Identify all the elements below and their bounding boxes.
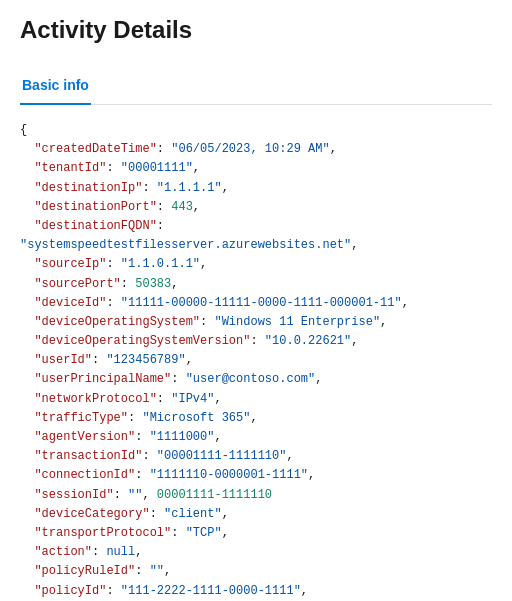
tab-basic-info[interactable]: Basic info (20, 69, 91, 105)
tab-bar: Basic info (20, 68, 492, 105)
json-content: { "createdDateTime": "06/05/2023, 10:29 … (20, 121, 492, 601)
activity-details-panel: Activity Details Basic info { "createdDa… (0, 0, 512, 601)
page-title: Activity Details (20, 16, 492, 48)
